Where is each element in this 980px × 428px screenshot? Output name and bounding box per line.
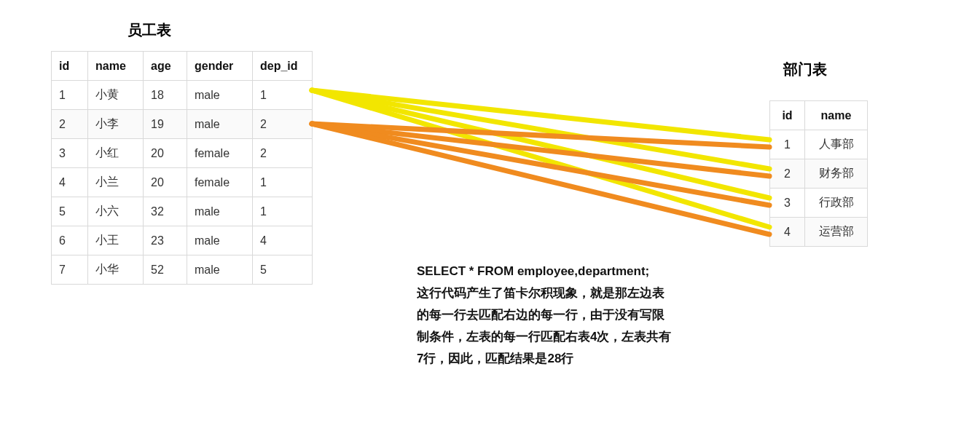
table-row: 4 小兰 20 female 1 — [52, 168, 313, 197]
cell-name: 小华 — [88, 255, 144, 285]
cell-name: 人事部 — [805, 130, 868, 159]
cell-age: 23 — [144, 226, 187, 255]
cell-gender: male — [187, 255, 253, 285]
cell-name: 行政部 — [805, 189, 868, 218]
cell-id: 2 — [52, 110, 88, 139]
join-line — [312, 124, 769, 176]
cell-id: 4 — [52, 168, 88, 197]
join-line — [312, 90, 769, 198]
join-line — [312, 90, 769, 169]
table-row: 7 小华 52 male 5 — [52, 255, 313, 285]
cell-dep-id: 1 — [253, 81, 313, 110]
join-line — [312, 90, 769, 140]
cell-age: 32 — [144, 197, 187, 226]
cell-age: 20 — [144, 168, 187, 197]
cell-name: 小六 — [88, 197, 144, 226]
join-line — [312, 90, 769, 227]
col-id: id — [770, 101, 805, 130]
cell-name: 小李 — [88, 110, 144, 139]
join-line — [312, 124, 769, 147]
join-line — [312, 124, 769, 234]
table-header-row: id name age gender dep_id — [52, 52, 313, 81]
cell-name: 小王 — [88, 226, 144, 255]
cell-id: 5 — [52, 197, 88, 226]
cell-dep-id: 5 — [253, 255, 313, 285]
cell-name: 小兰 — [88, 168, 144, 197]
join-line — [312, 124, 769, 205]
table-header-row: id name — [770, 101, 868, 130]
cell-id: 3 — [52, 139, 88, 168]
cell-gender: male — [187, 81, 253, 110]
caption-line: 这行代码产生了笛卡尔积现象，就是那左边表 — [417, 282, 723, 304]
table-row: 3 行政部 — [770, 189, 868, 218]
cell-gender: male — [187, 110, 253, 139]
cell-dep-id: 1 — [253, 197, 313, 226]
table-row: 2 小李 19 male 2 — [52, 110, 313, 139]
explanation-caption: SELECT * FROM employee,department; 这行代码产… — [417, 261, 723, 370]
cell-name: 运营部 — [805, 218, 868, 247]
cell-id: 3 — [770, 189, 805, 218]
cell-dep-id: 2 — [253, 110, 313, 139]
cell-dep-id: 4 — [253, 226, 313, 255]
table-row: 1 人事部 — [770, 130, 868, 159]
cell-gender: female — [187, 168, 253, 197]
sql-statement: SELECT * FROM employee,department; — [417, 261, 723, 282]
cell-name: 小黄 — [88, 81, 144, 110]
col-dep-id: dep_id — [253, 52, 313, 81]
cell-name: 财务部 — [805, 159, 868, 189]
cell-id: 7 — [52, 255, 88, 285]
department-table-title: 部门表 — [783, 60, 827, 79]
cell-id: 1 — [770, 130, 805, 159]
caption-line: 制条件，左表的每一行匹配右表4次，左表共有 — [417, 326, 723, 348]
cell-dep-id: 2 — [253, 139, 313, 168]
cell-age: 20 — [144, 139, 187, 168]
cell-dep-id: 1 — [253, 168, 313, 197]
cell-id: 4 — [770, 218, 805, 247]
table-row: 2 财务部 — [770, 159, 868, 189]
cell-age: 52 — [144, 255, 187, 285]
department-table: id name 1 人事部 2 财务部 3 行政部 4 运营部 — [769, 100, 868, 247]
employee-table-title: 员工表 — [128, 20, 171, 40]
cell-gender: female — [187, 139, 253, 168]
cell-id: 1 — [52, 81, 88, 110]
table-row: 5 小六 32 male 1 — [52, 197, 313, 226]
col-id: id — [52, 52, 88, 81]
col-name: name — [805, 101, 868, 130]
table-row: 1 小黄 18 male 1 — [52, 81, 313, 110]
table-row: 4 运营部 — [770, 218, 868, 247]
caption-line: 7行，因此，匹配结果是28行 — [417, 348, 723, 370]
col-name: name — [88, 52, 144, 81]
cell-gender: male — [187, 197, 253, 226]
table-row: 6 小王 23 male 4 — [52, 226, 313, 255]
caption-line: 的每一行去匹配右边的每一行，由于没有写限 — [417, 304, 723, 326]
cell-age: 18 — [144, 81, 187, 110]
cell-gender: male — [187, 226, 253, 255]
employee-table: id name age gender dep_id 1 小黄 18 male 1… — [51, 51, 313, 285]
cell-id: 2 — [770, 159, 805, 189]
cell-id: 6 — [52, 226, 88, 255]
table-row: 3 小红 20 female 2 — [52, 139, 313, 168]
cell-age: 19 — [144, 110, 187, 139]
col-gender: gender — [187, 52, 253, 81]
col-age: age — [144, 52, 187, 81]
cell-name: 小红 — [88, 139, 144, 168]
